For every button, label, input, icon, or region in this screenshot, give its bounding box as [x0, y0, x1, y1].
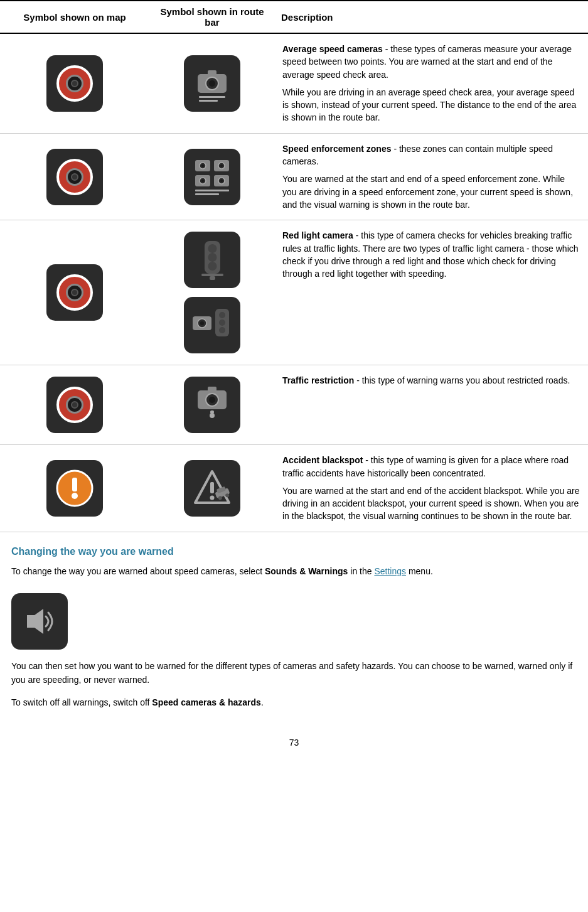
accident-blackspot-desc: Accident blackspot - this type of warnin…: [275, 445, 588, 532]
svg-point-41: [72, 493, 78, 499]
svg-point-8: [201, 164, 204, 167]
svg-point-21: [208, 244, 216, 253]
svg-rect-38: [210, 410, 214, 414]
table-row: Red light camera - this type of camera c…: [0, 220, 588, 365]
route-icon-cell: [149, 365, 275, 445]
table-row: Speed enforcement zones - these zones ca…: [0, 133, 588, 220]
settings-link[interactable]: Settings: [374, 566, 406, 576]
red-light-desc: Red light camera - this type of camera c…: [275, 220, 588, 365]
traffic-light-icon-1: [184, 232, 240, 288]
below-section: Changing the way you are warned To chang…: [0, 532, 588, 731]
page-number: 73: [0, 731, 588, 760]
speed-zone-desc: Speed enforcement zones - these zones ca…: [275, 133, 588, 220]
desc-title: Accident blackspot: [282, 455, 363, 465]
svg-point-31: [219, 319, 225, 326]
desc-title: Speed enforcement zones: [282, 144, 392, 154]
para3: To switch off all warnings, switch off S…: [11, 696, 577, 710]
para2: You can then set how you want to be warn…: [11, 660, 577, 687]
col-header-desc: Description: [275, 1, 588, 33]
svg-point-2: [209, 80, 215, 87]
svg-rect-18: [195, 190, 229, 191]
svg-rect-43: [210, 482, 214, 493]
svg-point-30: [219, 312, 225, 318]
svg-rect-25: [210, 276, 215, 280]
speed-zone-map-icon: [46, 149, 103, 205]
accident-blackspot-map-icon: [46, 460, 103, 517]
svg-marker-49: [27, 609, 43, 634]
svg-point-44: [210, 496, 215, 500]
avg-speed-route-icon: [184, 55, 240, 112]
map-icon-cell: [0, 133, 149, 220]
speed-cameras-hazards-bold: Speed cameras & hazards: [152, 697, 261, 707]
map-icon-cell: [0, 220, 149, 365]
para1: To change the way you are warned about s…: [11, 565, 577, 579]
speaker-icon: [21, 603, 58, 640]
red-light-route-icons: [156, 229, 269, 356]
traffic-restriction-route-icon: [184, 377, 240, 433]
svg-point-17: [220, 180, 223, 182]
desc-title: Red light camera: [282, 230, 353, 240]
map-icon-cell: [0, 445, 149, 532]
svg-point-23: [208, 262, 216, 271]
route-icon-cell: [149, 133, 275, 220]
symbols-table: Symbol shown on map Symbol shown in rout…: [0, 0, 588, 532]
desc-title: Average speed cameras: [282, 44, 383, 54]
svg-point-11: [220, 164, 223, 167]
svg-point-35: [209, 397, 215, 403]
svg-point-28: [200, 321, 204, 325]
desc-title: Traffic restriction: [282, 375, 354, 385]
table-row: Traffic restriction - this type of warni…: [0, 365, 588, 445]
table-row: Average speed cameras - these types of c…: [0, 33, 588, 133]
accident-blackspot-route-icon: [184, 460, 240, 517]
table-row: Accident blackspot - this type of warnin…: [0, 445, 588, 532]
traffic-restriction-desc: Traffic restriction - this type of warni…: [275, 365, 588, 445]
sounds-warnings-bold: Sounds & Warnings: [265, 566, 348, 576]
svg-point-22: [208, 253, 216, 262]
svg-rect-24: [201, 274, 223, 276]
route-icon-cell: [149, 220, 275, 365]
traffic-light-icon-2: [184, 297, 240, 353]
col-header-route: Symbol shown in route bar: [149, 1, 275, 33]
speaker-icon-box: [11, 593, 68, 650]
avg-speed-desc: Average speed cameras - these types of c…: [275, 33, 588, 133]
col-header-map: Symbol shown on map: [0, 1, 149, 33]
svg-point-37: [210, 413, 215, 418]
route-icon-cell: [149, 445, 275, 532]
speed-zone-route-icon: [184, 149, 240, 205]
avg-speed-map-icon: [46, 55, 103, 112]
route-icon-cell: [149, 33, 275, 133]
traffic-restriction-map-icon: [46, 377, 103, 433]
section-title: Changing the way you are warned: [11, 546, 577, 557]
red-light-map-icon: [46, 264, 103, 321]
svg-rect-4: [199, 96, 225, 98]
svg-rect-3: [208, 70, 216, 75]
map-icon-cell: [0, 365, 149, 445]
svg-rect-36: [208, 387, 216, 392]
svg-rect-40: [72, 478, 77, 491]
map-icon-cell: [0, 33, 149, 133]
svg-rect-5: [199, 100, 218, 102]
svg-point-14: [201, 180, 204, 182]
svg-rect-19: [195, 193, 219, 195]
svg-point-32: [219, 327, 225, 333]
